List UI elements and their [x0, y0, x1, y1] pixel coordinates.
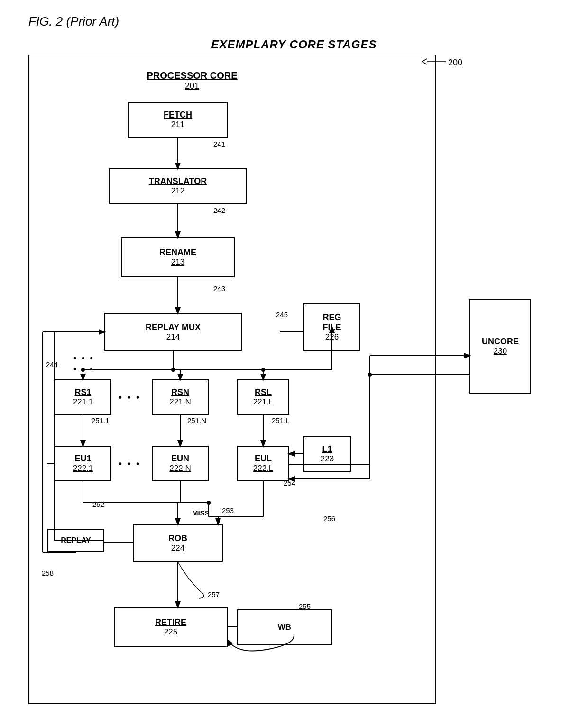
main-title: EXEMPLARY CORE STAGES — [0, 38, 588, 51]
eu1-num: 222.1 — [73, 464, 93, 473]
eu1-title: EU1 — [74, 454, 91, 464]
rename-title: RENAME — [159, 248, 196, 257]
translator-num: 212 — [171, 186, 184, 196]
rob-title: ROB — [168, 533, 187, 543]
dots-left1: • • • — [74, 353, 94, 363]
rob-box: ROB 224 — [133, 524, 223, 562]
rob-num: 224 — [171, 543, 184, 553]
wb-box: WB — [237, 609, 332, 645]
rename-box: RENAME 213 — [121, 237, 235, 277]
proc-core-label: PROCESSOR CORE 201 — [104, 70, 280, 91]
replaymux-title: REPLAY MUX — [146, 322, 201, 332]
rsn-num: 221.N — [169, 397, 191, 407]
replaymux-num: 214 — [166, 332, 180, 342]
rename-num: 213 — [171, 257, 184, 267]
dots-rs: • • • — [119, 392, 141, 403]
ref-243: 243 — [213, 285, 225, 293]
ref-252: 252 — [92, 500, 104, 508]
fetch-title: FETCH — [164, 110, 192, 120]
regfile-num: 226 — [325, 332, 339, 342]
rs1-num: 221.1 — [73, 397, 93, 407]
eul-box: EUL 222.L — [237, 446, 289, 481]
translator-box: TRANSLATOR 212 — [109, 168, 247, 204]
regfile-title2: FILE — [323, 322, 341, 332]
ref-242: 242 — [213, 206, 225, 214]
rsl-title: RSL — [255, 387, 272, 397]
ref-256: 256 — [323, 515, 335, 523]
regfile-title: REG — [322, 312, 341, 322]
dots-left2: • • • — [74, 364, 94, 374]
uncore-title: UNCORE — [482, 337, 519, 347]
ref-245: 245 — [276, 311, 288, 319]
fetch-box: FETCH 211 — [128, 102, 228, 138]
l1-box: L1 223 — [303, 436, 351, 472]
fetch-num: 211 — [171, 120, 184, 129]
ref-258: 258 — [42, 569, 54, 577]
retire-title: RETIRE — [155, 617, 186, 627]
ref-251-l: 251.L — [272, 416, 290, 424]
rsl-num: 221.L — [253, 397, 274, 407]
ref-244: 244 — [46, 360, 58, 368]
eun-title: EUN — [171, 454, 189, 464]
dots-eu: • • • — [119, 459, 141, 469]
rsn-box: RSN 221.N — [152, 379, 209, 415]
eul-num: 222.L — [253, 464, 274, 473]
replaymux-box: REPLAY MUX 214 — [104, 313, 242, 351]
rs1-box: RS1 221.1 — [55, 379, 111, 415]
eu1-box: EU1 222.1 — [55, 446, 111, 481]
eul-title: EUL — [255, 454, 272, 464]
ref-miss: MISS — [192, 509, 210, 517]
regfile-box: REG FILE 226 — [303, 303, 360, 351]
retire-num: 225 — [164, 627, 177, 637]
ref-241: 241 — [213, 140, 225, 148]
rs1-title: RS1 — [74, 387, 91, 397]
ref-251-n: 251.N — [187, 416, 206, 424]
ref-254: 254 — [284, 479, 295, 487]
page-container: FIG. 2 (Prior Art) EXEMPLARY CORE STAGES… — [0, 0, 588, 726]
ref-255: 255 — [299, 602, 311, 610]
replay-label: REPLAY — [47, 529, 104, 552]
rsn-title: RSN — [171, 387, 189, 397]
retire-box: RETIRE 225 — [114, 607, 228, 647]
rsl-box: RSL 221.L — [237, 379, 289, 415]
translator-title: TRANSLATOR — [149, 176, 207, 186]
l1-num: 223 — [321, 454, 334, 464]
ref-257: 257 — [208, 590, 220, 598]
l1-title: L1 — [322, 444, 332, 454]
ref-200-arrow — [422, 52, 455, 71]
fig-label: FIG. 2 (Prior Art) — [28, 14, 119, 29]
eun-box: EUN 222.N — [152, 446, 209, 481]
uncore-num: 230 — [494, 347, 507, 356]
ref-253: 253 — [222, 506, 234, 515]
ref-251-1: 251.1 — [92, 416, 110, 424]
eun-num: 222.N — [169, 464, 191, 473]
uncore-box: UNCORE 230 — [469, 299, 531, 394]
